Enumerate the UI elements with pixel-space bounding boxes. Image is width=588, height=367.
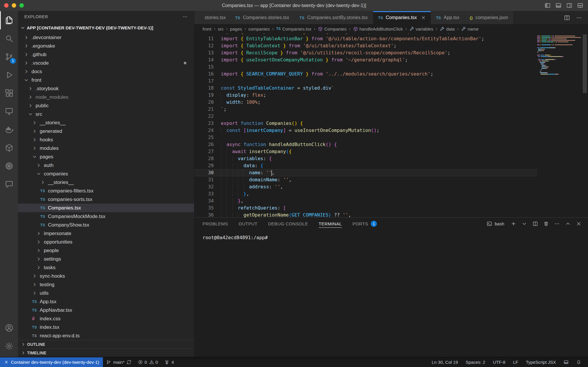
tree-item-people[interactable]: people [18, 246, 194, 255]
tree-item-modules[interactable]: modules [18, 144, 194, 153]
close-window-button[interactable] [4, 3, 9, 8]
language-mode-item[interactable]: TypeScript JSX [522, 357, 559, 367]
breadcrumb-variables[interactable]: variables [409, 26, 433, 31]
breadcrumb-Companies.tsx[interactable]: TSCompanies.tsx [276, 26, 311, 31]
remote-explorer-icon[interactable] [0, 102, 18, 120]
editor-more-actions-icon[interactable] [576, 15, 582, 21]
code-line-16[interactable]: 16import { SEARCH_COMPANY_QUERY } from '… [194, 71, 537, 78]
tree-item-settings[interactable]: settings [18, 255, 194, 263]
code-area[interactable]: 10import { WithTopBarContainer } from '@… [194, 33, 537, 217]
breadcrumb-front[interactable]: front [203, 26, 211, 31]
accounts-icon[interactable] [0, 319, 18, 337]
breadcrumb-data[interactable]: data [440, 26, 455, 31]
window-controls[interactable] [4, 3, 24, 8]
code-line-15[interactable]: 15 [194, 63, 537, 71]
tree-item-__stories__[interactable]: __stories__ [18, 178, 194, 187]
code-line-14[interactable]: 14import { useInsertOneCompanyMutation }… [194, 56, 537, 63]
tree-item-Companies.tsx[interactable]: TSCompanies.tsx [18, 204, 194, 212]
tree-item-companies-sorts.tsx[interactable]: TScompanies-sorts.tsx [18, 195, 194, 204]
outline-section-header[interactable]: OUTLINE [18, 340, 194, 348]
code-line-13[interactable]: 13import { RecoilScope } from '@/ui/util… [194, 49, 537, 56]
tree-item-index.tsx[interactable]: TSindex.tsx [18, 323, 194, 331]
terminal-dropdown-icon[interactable] [522, 221, 527, 227]
code-line-22[interactable]: 22 [194, 113, 537, 120]
terminal-shell-selector[interactable]: bash [487, 221, 504, 227]
code-line-25[interactable]: 25 [194, 134, 537, 141]
explorer-more-actions-icon[interactable] [182, 14, 188, 19]
tree-item-App.tsx[interactable]: TSApp.tsx [18, 297, 194, 306]
breadcrumb-src[interactable]: src [218, 26, 224, 31]
panel-layout-item[interactable] [560, 357, 572, 367]
problems-item[interactable]: 0 0 [135, 357, 161, 367]
code-line-18[interactable]: 18const StyledTableContainer = styled.di… [194, 85, 537, 92]
extensions-icon[interactable] [0, 84, 18, 102]
tree-item-utils[interactable]: utils [18, 289, 194, 297]
tree-item-CompaniesMockMode.tsx[interactable]: TSCompaniesMockMode.tsx [18, 212, 194, 221]
explorer-icon[interactable] [0, 11, 18, 29]
code-line-33[interactable]: 33 }, [194, 190, 537, 197]
minimize-window-button[interactable] [12, 3, 16, 8]
breadcrumb-Companies[interactable]: Companies [318, 26, 347, 31]
kill-terminal-icon[interactable] [543, 221, 549, 227]
tree-item-public[interactable]: public [18, 101, 194, 110]
code-line-20[interactable]: 20 width: 100%; [194, 99, 537, 106]
breadcrumb-companies[interactable]: companies [248, 26, 270, 31]
run-debug-icon[interactable] [0, 66, 18, 84]
toggle-panel-icon[interactable] [555, 2, 562, 9]
scrollbar-thumb[interactable] [583, 34, 587, 93]
kubernetes-icon[interactable] [0, 157, 18, 175]
tree-item-CompanyShow.tsx[interactable]: TSCompanyShow.tsx [18, 221, 194, 229]
breadcrumb-name[interactable]: name [461, 26, 479, 31]
tree-item-impersonate[interactable]: impersonate [18, 229, 194, 238]
close-panel-icon[interactable] [576, 221, 582, 227]
panel-tab-ports[interactable]: PORTS1 [353, 218, 377, 229]
terminal-content[interactable]: root@0a42ecd84891:/app# [194, 229, 588, 357]
code-line-30[interactable]: 30 name: '', [194, 169, 537, 176]
tab-companies.json[interactable]: {}companies.json [465, 11, 513, 24]
code-line-27[interactable]: 27 await insertCompany({ [194, 148, 537, 155]
code-line-17[interactable]: 17 [194, 78, 537, 85]
tab-Companies.stories.tsx[interactable]: TSCompanies.stories.tsx [230, 11, 295, 24]
encoding-item[interactable]: UTF-8 [490, 357, 509, 367]
indentation-item[interactable]: Spaces: 2 [462, 357, 489, 367]
tree-item-sync-hooks[interactable]: sync-hooks [18, 272, 194, 280]
tree-item-.devcontainer[interactable]: .devcontainer [18, 33, 194, 42]
code-line-31[interactable]: 31 domainName: '', [194, 176, 537, 183]
tab-Companies.tsx[interactable]: TSCompanies.tsx [373, 11, 431, 24]
tab-stories.tsx[interactable]: stories.tsx [194, 11, 230, 24]
breadcrumb-handleAddButtonClick[interactable]: handleAddButtonClick [353, 26, 403, 31]
eol-item[interactable]: LF [510, 357, 522, 367]
code-line-23[interactable]: 23export function Companies() { [194, 120, 537, 127]
remote-indicator[interactable]: Container dev-twenty-dev (dev-twenty-dev… [0, 357, 103, 367]
tree-item-node_modules[interactable]: node_modules [18, 93, 194, 101]
containers-icon[interactable] [0, 139, 18, 157]
tree-item-index.css[interactable]: #index.css [18, 314, 194, 323]
tree-item-.ergomake[interactable]: .ergomake [18, 42, 194, 50]
source-control-icon[interactable]: 1 [0, 48, 18, 66]
panel-tab-output[interactable]: OUTPUT [239, 218, 258, 229]
code-line-29[interactable]: 29 data: { [194, 162, 537, 169]
panel-more-actions-icon[interactable] [554, 221, 560, 227]
tree-item-tasks[interactable]: tasks [18, 263, 194, 272]
toggle-primary-sidebar-icon[interactable] [544, 2, 551, 9]
tree-item-front[interactable]: front [18, 76, 194, 84]
panel-tab-debug-console[interactable]: DEBUG CONSOLE [268, 218, 308, 229]
split-editor-icon[interactable] [564, 15, 570, 21]
tree-item-__stories__[interactable]: __stories__ [18, 118, 194, 127]
code-line-36[interactable]: 36 getOperationName(GET_COMPANIES) ?? ''… [194, 212, 537, 217]
toggle-secondary-sidebar-icon[interactable] [566, 2, 572, 9]
tree-item-companies[interactable]: companies [18, 170, 194, 178]
code-line-21[interactable]: 21`; [194, 106, 537, 113]
customize-layout-icon[interactable] [577, 2, 583, 9]
tree-item-react-app-env.d.ts[interactable]: TSreact-app-env.d.ts [18, 331, 194, 340]
tree-item-testing[interactable]: testing [18, 280, 194, 289]
tree-item-pages[interactable]: pages [18, 153, 194, 161]
tree-item-AppNavbar.tsx[interactable]: TSAppNavbar.tsx [18, 306, 194, 314]
code-line-12[interactable]: 12import { TableContext } from '@/ui/tab… [194, 42, 537, 49]
split-terminal-icon[interactable] [532, 221, 538, 227]
panel-tab-terminal[interactable]: TERMINAL [319, 218, 342, 229]
tab-Companies.sortBy.stories.tsx[interactable]: TSCompanies.sortBy.stories.tsx [295, 11, 373, 24]
code-line-32[interactable]: 32 address: '', [194, 183, 537, 190]
code-line-26[interactable]: 26 async function handleAddButtonClick()… [194, 141, 537, 148]
tree-item-.storybook[interactable]: .storybook [18, 84, 194, 93]
